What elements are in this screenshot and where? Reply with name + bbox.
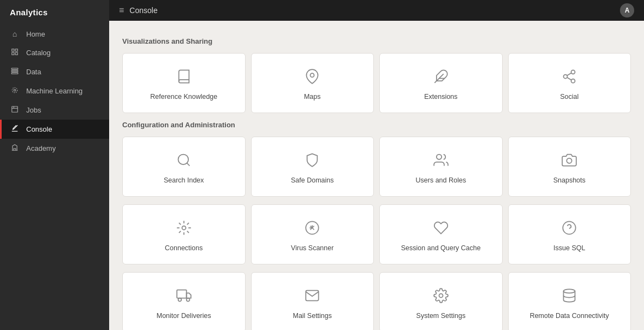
card-label: Maps (304, 93, 321, 101)
card-reference-knowledge[interactable]: Reference Knowledge (122, 53, 246, 113)
card-remote-data-connectivity[interactable]: Remote Data Connectivity (508, 272, 631, 330)
svg-point-29 (186, 298, 189, 302)
card-label: System Settings (416, 312, 466, 320)
sidebar-item-data[interactable]: Data (0, 62, 109, 81)
section-title-visualizations: Visualizations and Sharing (122, 37, 631, 45)
search-index-icon (176, 152, 192, 170)
svg-point-28 (178, 298, 181, 302)
card-label: Virus Scanner (291, 244, 333, 252)
sidebar-item-label: Data (26, 68, 41, 76)
card-maps[interactable]: Maps (251, 53, 374, 113)
svg-point-15 (571, 70, 575, 74)
sidebar-item-machine-learning[interactable]: Machine Learning (0, 81, 109, 101)
svg-point-7 (14, 89, 16, 91)
svg-rect-1 (15, 49, 17, 51)
svg-rect-0 (12, 49, 14, 51)
svg-rect-2 (12, 52, 14, 55)
svg-rect-27 (177, 290, 187, 298)
mail-settings-icon (305, 288, 320, 305)
sidebar-item-label: Catalog (26, 49, 51, 57)
svg-point-23 (567, 158, 572, 163)
session-query-cache-icon (433, 220, 449, 238)
card-grid-config-row2: Connections Virus Scanner (122, 204, 631, 264)
catalog-icon (10, 48, 20, 57)
card-label: Connections (165, 244, 203, 252)
card-system-settings[interactable]: System Settings (379, 272, 503, 330)
svg-rect-4 (11, 68, 18, 69)
card-grid-visualizations: Reference Knowledge Maps (122, 53, 631, 113)
card-social[interactable]: Social (508, 53, 631, 113)
card-label: Safe Domains (291, 176, 334, 184)
content-area: Visualizations and Sharing Reference Kno… (109, 21, 644, 330)
sidebar-item-label: Jobs (26, 106, 41, 114)
extensions-icon (433, 69, 449, 86)
card-virus-scanner[interactable]: Virus Scanner (251, 204, 374, 264)
svg-point-20 (178, 155, 188, 165)
svg-rect-5 (11, 70, 18, 72)
remote-data-connectivity-icon (562, 288, 577, 305)
topbar-title: Console (129, 6, 157, 15)
card-safe-domains[interactable]: Safe Domains (251, 137, 374, 197)
sidebar-item-console[interactable]: Console (0, 120, 109, 139)
card-search-index[interactable]: Search Index (122, 137, 246, 197)
sidebar-item-catalog[interactable]: Catalog (0, 43, 109, 62)
card-label: Mail Settings (293, 312, 332, 320)
data-icon (10, 67, 20, 76)
sidebar-item-label: Machine Learning (26, 87, 82, 95)
svg-rect-3 (15, 52, 17, 55)
svg-point-22 (437, 155, 442, 160)
card-mail-settings[interactable]: Mail Settings (251, 272, 374, 330)
card-label: Extensions (424, 93, 457, 101)
card-snapshots[interactable]: Snapshots (508, 137, 631, 197)
home-icon: ⌂ (10, 30, 20, 38)
sidebar: Analytics ⌂ Home Catalog Data Machine Le… (0, 0, 109, 330)
svg-rect-6 (11, 73, 18, 74)
card-connections[interactable]: Connections (122, 204, 246, 264)
card-label: Users and Roles (416, 176, 466, 184)
card-extensions[interactable]: Extensions (379, 53, 503, 113)
sidebar-item-label: Home (26, 30, 45, 38)
sidebar-item-label: Console (26, 125, 52, 133)
maps-icon (305, 69, 320, 86)
svg-line-21 (187, 163, 189, 166)
card-grid-config-row1: Search Index Safe Domains (122, 137, 631, 197)
svg-point-16 (564, 75, 568, 79)
card-label: Monitor Deliveries (157, 312, 211, 320)
topbar-left: ≡ Console (119, 5, 158, 15)
svg-point-12 (311, 73, 314, 77)
card-label: Session and Query Cache (401, 244, 481, 252)
avatar[interactable]: A (620, 3, 634, 17)
card-users-and-roles[interactable]: Users and Roles (379, 137, 503, 197)
svg-point-17 (571, 79, 575, 83)
card-monitor-deliveries[interactable]: Monitor Deliveries (122, 272, 246, 330)
console-icon (10, 125, 20, 134)
section-visualizations: Visualizations and Sharing Reference Kno… (122, 37, 631, 113)
reference-knowledge-icon (176, 69, 192, 86)
card-issue-sql[interactable]: Issue SQL (508, 204, 631, 264)
card-label: Reference Knowledge (150, 93, 217, 101)
svg-point-25 (563, 221, 576, 234)
connections-icon (176, 220, 192, 238)
card-grid-config-row3: Monitor Deliveries Mail Settings (122, 272, 631, 330)
monitor-deliveries-icon (176, 288, 192, 305)
sidebar-item-academy[interactable]: Academy (0, 139, 109, 158)
sidebar-item-home[interactable]: ⌂ Home (0, 25, 109, 43)
svg-rect-9 (12, 107, 18, 113)
system-settings-icon (433, 288, 449, 305)
sidebar-item-label: Academy (26, 144, 56, 152)
virus-scanner-icon (305, 220, 320, 238)
machine-learning-icon (10, 86, 20, 96)
card-label: Remote Data Connectivity (530, 312, 609, 320)
academy-icon (10, 144, 20, 153)
svg-point-8 (12, 87, 17, 92)
topbar: ≡ Console A (109, 0, 644, 21)
section-configuration: Configuration and Administration Search … (122, 121, 631, 330)
hamburger-icon[interactable]: ≡ (119, 5, 124, 15)
svg-point-31 (564, 289, 575, 293)
section-title-configuration: Configuration and Administration (122, 121, 631, 129)
snapshots-icon (562, 152, 577, 170)
card-session-query-cache[interactable]: Session and Query Cache (379, 204, 503, 264)
safe-domains-icon (305, 152, 320, 170)
sidebar-item-jobs[interactable]: Jobs (0, 101, 109, 120)
card-label: Issue SQL (553, 244, 585, 252)
